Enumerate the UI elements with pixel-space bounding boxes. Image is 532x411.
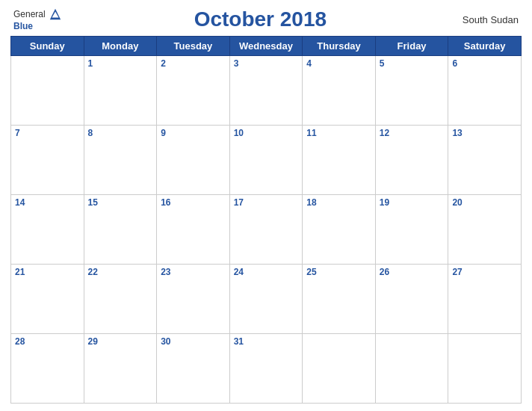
date-number: 28 bbox=[15, 336, 80, 347]
date-number: 5 bbox=[380, 58, 445, 69]
calendar-cell: 16 bbox=[157, 195, 230, 265]
calendar-table: Sunday Monday Tuesday Wednesday Thursday… bbox=[10, 36, 522, 404]
header-sunday: Sunday bbox=[11, 37, 84, 56]
date-number: 3 bbox=[234, 58, 299, 69]
date-number: 27 bbox=[452, 267, 517, 277]
calendar-week-row: 123456 bbox=[11, 56, 522, 126]
header-wednesday: Wednesday bbox=[229, 37, 303, 56]
date-number: 15 bbox=[88, 197, 153, 208]
calendar-cell: 1 bbox=[84, 56, 157, 126]
calendar-cell: 8 bbox=[84, 126, 157, 195]
calendar-cell: 15 bbox=[84, 195, 157, 265]
calendar-cell: 25 bbox=[303, 265, 376, 334]
calendar-cell: 29 bbox=[84, 334, 157, 404]
date-number: 22 bbox=[88, 267, 153, 277]
calendar-week-row: 14151617181920 bbox=[11, 195, 522, 265]
date-number: 26 bbox=[380, 267, 445, 277]
month-title: October 2018 bbox=[62, 7, 459, 31]
calendar-cell: 14 bbox=[11, 195, 84, 265]
date-number: 18 bbox=[306, 197, 371, 208]
date-number: 12 bbox=[380, 128, 445, 138]
date-number: 1 bbox=[88, 58, 153, 69]
header-saturday: Saturday bbox=[448, 37, 522, 56]
date-number: 10 bbox=[234, 128, 299, 138]
calendar-cell: 21 bbox=[11, 265, 84, 334]
date-number: 19 bbox=[380, 197, 445, 208]
calendar-cell: 23 bbox=[157, 265, 230, 334]
date-number: 11 bbox=[306, 128, 371, 138]
calendar-cell: 31 bbox=[229, 334, 303, 404]
calendar-cell: 9 bbox=[157, 126, 230, 195]
date-number: 2 bbox=[161, 58, 226, 69]
date-number: 25 bbox=[306, 267, 371, 277]
calendar-cell bbox=[11, 56, 84, 126]
calendar-cell: 12 bbox=[375, 126, 448, 195]
calendar-cell: 19 bbox=[375, 195, 448, 265]
calendar-cell: 6 bbox=[448, 56, 522, 126]
calendar-week-row: 78910111213 bbox=[11, 126, 522, 195]
calendar-cell: 24 bbox=[229, 265, 303, 334]
calendar-cell: 17 bbox=[229, 195, 303, 265]
calendar-cell: 2 bbox=[157, 56, 230, 126]
calendar-cell bbox=[448, 334, 522, 404]
calendar-week-row: 21222324252627 bbox=[11, 265, 522, 334]
date-number: 4 bbox=[306, 58, 371, 69]
date-number: 14 bbox=[15, 197, 80, 208]
calendar-week-row: 28293031 bbox=[11, 334, 522, 404]
date-number: 30 bbox=[161, 336, 226, 347]
date-number: 9 bbox=[161, 128, 226, 138]
date-number: 13 bbox=[452, 128, 517, 138]
header-friday: Friday bbox=[375, 37, 448, 56]
calendar-cell: 13 bbox=[448, 126, 522, 195]
date-number: 17 bbox=[234, 197, 299, 208]
country-label: South Sudan bbox=[459, 14, 519, 25]
date-number: 31 bbox=[234, 336, 299, 347]
header-monday: Monday bbox=[84, 37, 157, 56]
calendar-cell: 27 bbox=[448, 265, 522, 334]
logo-blue-text: Blue bbox=[13, 21, 33, 31]
calendar-cell: 4 bbox=[303, 56, 376, 126]
calendar-cell: 7 bbox=[11, 126, 84, 195]
calendar-cell: 18 bbox=[303, 195, 376, 265]
date-number: 8 bbox=[88, 128, 153, 138]
header-thursday: Thursday bbox=[303, 37, 376, 56]
calendar-cell: 5 bbox=[375, 56, 448, 126]
calendar-cell: 28 bbox=[11, 334, 84, 404]
logo-text: General bbox=[13, 7, 62, 21]
date-number: 6 bbox=[452, 58, 517, 69]
header-tuesday: Tuesday bbox=[157, 37, 230, 56]
calendar-cell: 10 bbox=[229, 126, 303, 195]
calendar-cell: 20 bbox=[448, 195, 522, 265]
date-number: 16 bbox=[161, 197, 226, 208]
logo-area: General Blue bbox=[13, 7, 62, 31]
calendar-cell: 26 bbox=[375, 265, 448, 334]
date-number: 29 bbox=[88, 336, 153, 347]
calendar-cell: 30 bbox=[157, 334, 230, 404]
logo-icon bbox=[49, 7, 62, 21]
calendar-cell: 11 bbox=[303, 126, 376, 195]
date-number: 7 bbox=[15, 128, 80, 138]
date-number: 21 bbox=[15, 267, 80, 277]
calendar-cell: 3 bbox=[229, 56, 303, 126]
logo-general-text: General bbox=[13, 9, 46, 19]
calendar-cell: 22 bbox=[84, 265, 157, 334]
date-number: 24 bbox=[234, 267, 299, 277]
calendar-thead: Sunday Monday Tuesday Wednesday Thursday… bbox=[11, 37, 522, 56]
calendar-cell bbox=[375, 334, 448, 404]
calendar-body: 1234567891011121314151617181920212223242… bbox=[11, 56, 522, 404]
calendar-header: General Blue October 2018 South Sudan bbox=[10, 7, 522, 31]
date-number: 23 bbox=[161, 267, 226, 277]
calendar-cell bbox=[303, 334, 376, 404]
weekday-header-row: Sunday Monday Tuesday Wednesday Thursday… bbox=[11, 37, 522, 56]
date-number: 20 bbox=[452, 197, 517, 208]
calendar-container: General Blue October 2018 South Sudan Su… bbox=[0, 0, 532, 411]
